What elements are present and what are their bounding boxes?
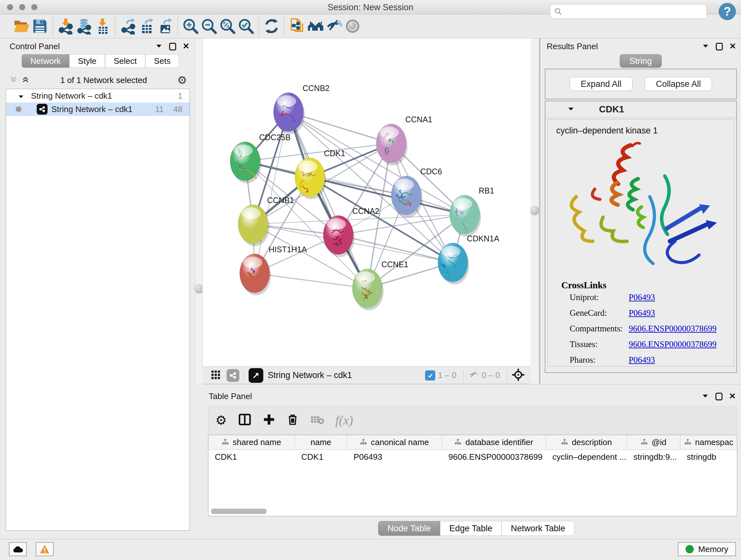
tab-select[interactable]: Select [105, 54, 145, 68]
delete-table-icon[interactable] [310, 413, 325, 427]
birdseye-view-icon[interactable] [249, 368, 263, 383]
left-splitter[interactable] [195, 38, 202, 384]
collapse-all-icon[interactable] [9, 75, 18, 85]
crosslink-link[interactable]: P06493 [629, 355, 655, 365]
crosslink-link[interactable]: 9606.ENSP00000378699 [629, 324, 717, 334]
hidden-eye-icon[interactable] [468, 370, 479, 381]
column-header-database-identifier[interactable]: database identifier [442, 435, 546, 449]
network-node-hist1h1a[interactable]: HIST1H1A [240, 245, 307, 295]
network-node-count: 11 [155, 105, 164, 114]
zoom-fit-icon[interactable] [218, 17, 237, 36]
table-cell[interactable]: P06493 [347, 450, 442, 464]
column-header--id[interactable]: @id [627, 435, 680, 449]
delete-column-icon[interactable] [286, 413, 299, 427]
memory-button[interactable]: Memory [678, 542, 736, 556]
network-node-rb1[interactable]: RB1 [450, 186, 494, 237]
expand-all-icon[interactable] [21, 75, 30, 85]
network-row[interactable]: String Network – cdk1 11 48 [6, 103, 190, 116]
table-cell[interactable]: CDK1 [208, 450, 295, 464]
panel-float-icon[interactable] [702, 44, 709, 50]
table-settings-gear-icon[interactable]: ⚙ [215, 413, 227, 428]
expand-all-button[interactable]: Expand All [569, 77, 633, 91]
import-network-database-icon[interactable] [75, 17, 93, 36]
network-node-ccnb1[interactable]: CCNB1 [238, 196, 294, 246]
tab-network-table[interactable]: Network Table [502, 521, 575, 536]
gene-section-header[interactable]: CDK1 [545, 101, 736, 118]
panel-close-icon[interactable] [183, 43, 189, 50]
zoom-selected-icon[interactable] [237, 17, 255, 36]
node-label: CDKN1A [467, 234, 499, 243]
tab-sets[interactable]: Sets [145, 54, 179, 68]
table-cell[interactable]: 9606.ENSP00000378699 [442, 450, 546, 464]
panel-maximize-icon[interactable] [716, 43, 723, 51]
right-splitter[interactable] [530, 38, 540, 384]
right-splitter-knob[interactable] [530, 206, 540, 215]
export-network-icon[interactable] [119, 17, 137, 36]
share-view-icon[interactable] [226, 369, 239, 382]
network-node-ccne1[interactable]: CCNE1 [352, 260, 408, 310]
zoom-in-icon[interactable] [181, 17, 200, 36]
save-session-icon[interactable] [30, 17, 49, 36]
collapse-all-button[interactable]: Collapse All [645, 77, 712, 91]
network-collection-row[interactable]: String Network – cdk1 1 [6, 89, 190, 103]
gear-icon[interactable]: ⚙ [178, 74, 187, 86]
panel-maximize-icon[interactable] [716, 393, 723, 400]
first-neighbors-icon[interactable] [307, 17, 325, 36]
network-node-cdc25b[interactable]: CDC25B [230, 133, 291, 183]
crosslink-link[interactable]: P06493 [629, 293, 655, 302]
warning-status-button[interactable] [36, 542, 54, 556]
show-columns-icon[interactable] [238, 413, 252, 428]
export-image-icon[interactable] [156, 17, 174, 36]
search-input[interactable] [550, 4, 707, 19]
table-horizontal-scrollbar[interactable] [211, 509, 267, 514]
refresh-icon[interactable] [262, 17, 281, 36]
panel-close-icon[interactable] [730, 43, 736, 50]
network-node-cdkn1a[interactable]: CDKN1A [438, 234, 499, 285]
column-header-canonical-name[interactable]: canonical name [347, 435, 442, 449]
section-expander-icon[interactable] [568, 107, 574, 112]
import-table-icon[interactable] [93, 17, 112, 36]
help-button[interactable]: ? [719, 3, 736, 20]
column-header-namespac[interactable]: namespac [680, 435, 737, 449]
panel-maximize-icon[interactable] [169, 43, 176, 51]
cloud-status-button[interactable] [9, 542, 27, 556]
crosslink-link[interactable]: P06493 [629, 308, 655, 318]
panel-float-icon[interactable] [156, 44, 162, 50]
tab-string[interactable]: String [619, 54, 662, 68]
network-canvas[interactable]: CCNB2CCNA1CDC25BCDK1CDC6RB1CCNB1CCNA2CDK… [202, 38, 530, 367]
crosslink-link[interactable]: 9606.ENSP00000378699 [629, 339, 717, 349]
column-header-description[interactable]: description [546, 435, 627, 449]
add-column-icon[interactable] [263, 413, 275, 427]
network-node-ccnb2[interactable]: CCNB2 [273, 84, 330, 134]
grid-view-icon[interactable] [211, 370, 221, 381]
panel-float-icon[interactable] [702, 394, 709, 399]
network-node-cdc6[interactable]: CDC6 [391, 167, 442, 217]
table-cell[interactable]: CDK1 [295, 450, 347, 464]
zoom-out-icon[interactable] [200, 17, 218, 36]
collection-expander-icon[interactable] [18, 91, 24, 101]
table-cell[interactable]: cyclin–dependent ... [546, 450, 627, 464]
gray-eye-icon[interactable] [343, 17, 362, 36]
tab-edge-table[interactable]: Edge Table [440, 521, 502, 536]
panel-close-icon[interactable] [730, 393, 735, 400]
open-session-icon[interactable] [12, 17, 30, 36]
network-node-ccna2[interactable]: CCNA2 [323, 206, 380, 257]
selected-checkbox-icon[interactable] [425, 370, 435, 381]
column-header-shared-name[interactable]: shared name [208, 435, 295, 449]
network-node-ccna1[interactable]: CCNA1 [376, 115, 432, 165]
app-window: Session: New Session [0, 0, 741, 560]
table-cell[interactable]: stringdb [680, 450, 737, 464]
tab-style[interactable]: Style [69, 54, 105, 68]
table-cell[interactable]: stringdb:9... [627, 450, 680, 464]
clone-network-icon[interactable] [288, 17, 307, 36]
node-label: CCNE1 [381, 260, 408, 269]
column-header-name[interactable]: name [295, 435, 347, 449]
export-table-icon[interactable] [137, 17, 156, 36]
tab-network[interactable]: Network [22, 54, 69, 68]
crosshair-icon[interactable] [512, 368, 525, 382]
network-graph[interactable]: CCNB2CCNA1CDC25BCDK1CDC6RB1CCNB1CCNA2CDK… [203, 38, 531, 367]
import-network-file-icon[interactable] [56, 17, 75, 36]
tab-node-table[interactable]: Node Table [378, 521, 440, 536]
hide-selected-icon[interactable] [325, 17, 343, 36]
function-builder-icon[interactable]: f(x) [335, 413, 353, 428]
